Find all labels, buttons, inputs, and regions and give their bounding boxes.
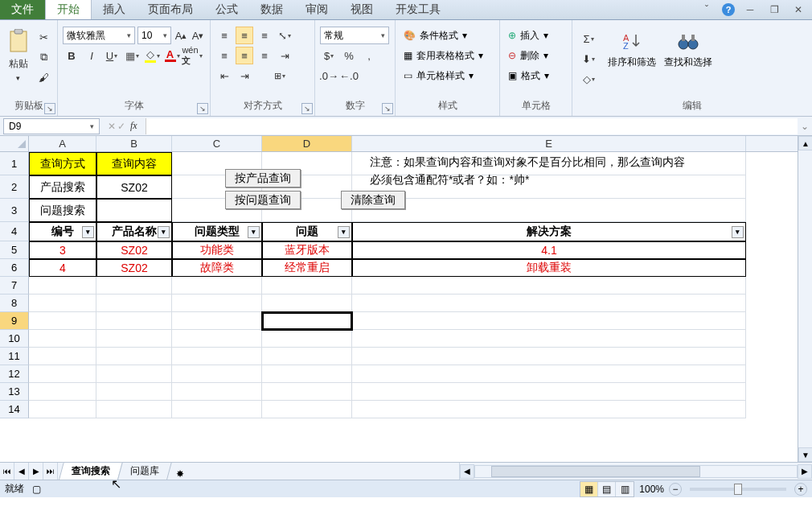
cell-B8[interactable]: [96, 295, 172, 312]
cell-A5[interactable]: 3: [29, 241, 96, 259]
cell-B1[interactable]: 查询内容: [96, 152, 172, 175]
cell-C5[interactable]: 功能类: [172, 241, 262, 259]
fill-button[interactable]: ⬇▾: [577, 50, 600, 68]
tab-formula[interactable]: 公式: [204, 0, 249, 19]
cell-D9[interactable]: [262, 312, 352, 330]
cell-E13[interactable]: [352, 383, 746, 401]
sheet-nav-last-icon[interactable]: ⏭: [43, 463, 58, 480]
align-top-button[interactable]: ≡: [215, 27, 233, 44]
cell-A2[interactable]: 产品搜索: [29, 175, 96, 199]
align-left-button[interactable]: ≡: [215, 47, 233, 64]
align-right-button[interactable]: ≡: [256, 47, 273, 64]
sort-filter-button[interactable]: AZ 排序和筛选: [608, 27, 656, 69]
row-header-14[interactable]: 14: [0, 401, 29, 418]
page-layout-view-button[interactable]: ▤: [598, 482, 616, 496]
cell-E3[interactable]: [352, 199, 746, 222]
cell-A4[interactable]: 编号▾: [29, 222, 96, 241]
search-by-product-button[interactable]: 按产品查询: [225, 169, 301, 187]
clear-button[interactable]: ◇▾: [577, 70, 600, 88]
row-header-9[interactable]: 9: [0, 312, 29, 330]
cell-A3[interactable]: 问题搜索: [29, 199, 96, 222]
currency-button[interactable]: $▾: [320, 47, 338, 64]
filter-dropdown-A[interactable]: ▾: [82, 226, 94, 238]
horizontal-scrollbar[interactable]: ◀ ▶: [460, 463, 812, 480]
cell-B14[interactable]: [96, 401, 172, 418]
cell-E6[interactable]: 卸载重装: [352, 259, 746, 277]
zoom-slider[interactable]: [690, 488, 786, 491]
cell-C9[interactable]: [172, 312, 262, 330]
grow-font-button[interactable]: A▴: [174, 27, 188, 44]
row-header-5[interactable]: 5: [0, 241, 29, 259]
vertical-scrollbar[interactable]: ▲ ▼: [798, 136, 812, 462]
window-restore-icon[interactable]: ❐: [765, 2, 783, 17]
cell-E8[interactable]: [352, 295, 746, 312]
col-header-B[interactable]: B: [96, 136, 172, 151]
cell-B9[interactable]: [96, 312, 172, 330]
font-name-dropdown[interactable]: 微软雅黑▾: [63, 27, 135, 44]
scroll-right-icon[interactable]: ▶: [798, 464, 812, 479]
border-button[interactable]: ▦▾: [123, 47, 141, 64]
tab-dev[interactable]: 开发工具: [384, 0, 452, 19]
cell-E14[interactable]: [352, 401, 746, 418]
font-size-dropdown[interactable]: 10▾: [137, 27, 171, 44]
cell-D13[interactable]: [262, 383, 352, 401]
cell-A14[interactable]: [29, 401, 96, 418]
cell-D12[interactable]: [262, 365, 352, 383]
col-header-E[interactable]: E: [352, 136, 746, 151]
fx-icon[interactable]: fx: [127, 120, 141, 132]
cut-button[interactable]: ✂: [35, 28, 52, 46]
cell-B3[interactable]: [96, 199, 172, 222]
cancel-formula-icon[interactable]: ✕: [108, 121, 116, 132]
sheet-nav-prev-icon[interactable]: ◀: [14, 463, 29, 480]
cell-B4[interactable]: 产品名称▾: [96, 222, 172, 241]
cell-A6[interactable]: 4: [29, 259, 96, 277]
cell-B6[interactable]: SZ02: [96, 259, 172, 277]
row-header-8[interactable]: 8: [0, 295, 29, 312]
cell-B10[interactable]: [96, 330, 172, 348]
col-header-D[interactable]: D: [262, 136, 352, 151]
format-painter-button[interactable]: 🖌: [35, 68, 52, 86]
copy-button[interactable]: ⧉: [35, 48, 52, 66]
tab-file[interactable]: 文件: [0, 0, 45, 19]
cell-D4[interactable]: 问题▾: [262, 222, 352, 241]
tab-data[interactable]: 数据: [249, 0, 294, 19]
orientation-button[interactable]: ⤡▾: [276, 27, 293, 44]
normal-view-button[interactable]: ▦: [580, 482, 598, 496]
zoom-out-button[interactable]: −: [669, 483, 682, 496]
row-header-1[interactable]: 1: [0, 152, 29, 175]
row-header-6[interactable]: 6: [0, 259, 29, 277]
cell-B7[interactable]: [96, 277, 172, 295]
cell-E12[interactable]: [352, 365, 746, 383]
bold-button[interactable]: B: [63, 47, 80, 64]
cell-A11[interactable]: [29, 348, 96, 365]
cell-C7[interactable]: [172, 277, 262, 295]
cell-A1[interactable]: 查询方式: [29, 152, 96, 175]
cell-style-button[interactable]: ▭单元格样式 ▾: [400, 67, 486, 84]
conditional-format-button[interactable]: 🎨条件格式 ▾: [400, 27, 486, 44]
cell-C14[interactable]: [172, 401, 262, 418]
cell-D11[interactable]: [262, 348, 352, 365]
row-header-4[interactable]: 4: [0, 222, 29, 241]
cell-C13[interactable]: [172, 383, 262, 401]
row-header-3[interactable]: 3: [0, 199, 29, 222]
select-all-corner[interactable]: [0, 136, 29, 151]
cell-D5[interactable]: 蓝牙版本: [262, 241, 352, 259]
sheet-nav-first-icon[interactable]: ⏮: [0, 463, 14, 480]
fill-color-button[interactable]: ◇▾: [143, 47, 161, 64]
number-dialog-launcher[interactable]: ↘: [382, 103, 393, 114]
row-header-13[interactable]: 13: [0, 383, 29, 401]
underline-button[interactable]: U▾: [103, 47, 121, 64]
zoom-in-button[interactable]: +: [794, 483, 807, 496]
cell-D7[interactable]: [262, 277, 352, 295]
decrease-indent-button[interactable]: ⇤: [215, 67, 233, 84]
cell-E7[interactable]: [352, 277, 746, 295]
page-break-view-button[interactable]: ▥: [616, 482, 634, 496]
cell-C12[interactable]: [172, 365, 262, 383]
table-format-button[interactable]: ▦套用表格格式 ▾: [400, 47, 486, 64]
tab-home[interactable]: 开始: [45, 0, 92, 19]
cell-A12[interactable]: [29, 365, 96, 383]
tab-review[interactable]: 审阅: [294, 0, 339, 19]
format-cells-button[interactable]: ▣格式 ▾: [505, 67, 552, 84]
indent-button[interactable]: ⇥: [276, 47, 293, 64]
minimize-ribbon-icon[interactable]: ˇ: [698, 2, 716, 17]
